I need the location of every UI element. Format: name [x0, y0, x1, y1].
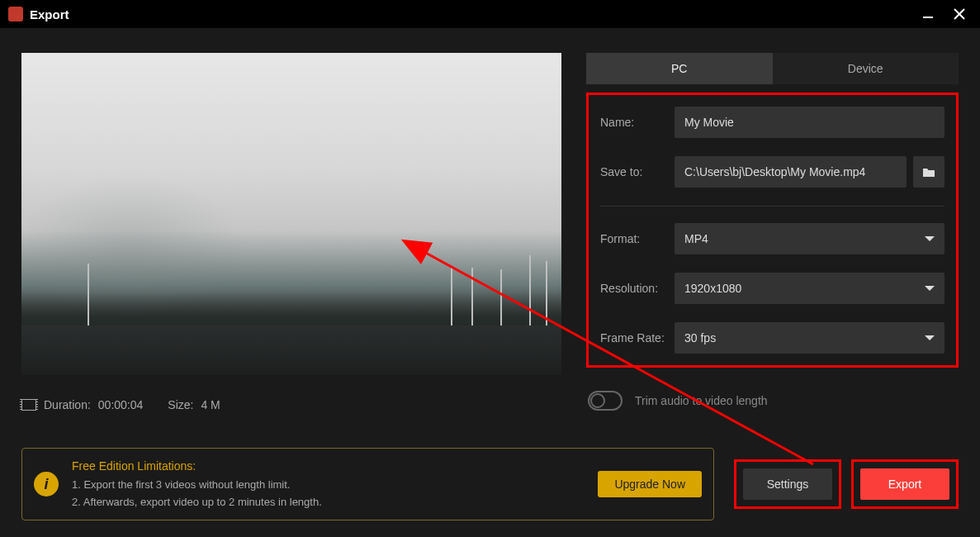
video-stats: Duration: 00:00:04 Size: 4 M	[21, 398, 563, 411]
minimize-button[interactable]	[916, 2, 940, 26]
chevron-down-icon	[925, 236, 935, 241]
free-edition-notice: i Free Edition Limitations: 1. Export th…	[21, 448, 714, 520]
duration-value: 00:00:04	[98, 398, 144, 411]
save-to-label: Save to:	[600, 165, 675, 178]
trim-audio-label: Trim audio to video length	[635, 394, 768, 407]
trim-audio-toggle[interactable]	[588, 391, 623, 411]
upgrade-button[interactable]: Upgrade Now	[598, 471, 702, 497]
limitation-line1: 1. Export the first 3 videos without len…	[72, 477, 585, 494]
format-select[interactable]: MP4	[675, 223, 944, 254]
limitation-line2: 2. Afterwards, export video up to 2 minu…	[72, 494, 585, 511]
chevron-down-icon	[925, 286, 935, 291]
divider	[600, 206, 944, 207]
save-to-input[interactable]: C:\Users\bj\Desktop\My Movie.mp4	[675, 156, 907, 188]
format-label: Format:	[600, 232, 675, 245]
chevron-down-icon	[925, 335, 935, 340]
framerate-label: Frame Rate:	[600, 331, 675, 345]
video-preview	[21, 53, 561, 375]
export-highlight: Export	[851, 459, 959, 509]
settings-button[interactable]: Settings	[743, 468, 832, 500]
titlebar: Export	[0, 0, 980, 28]
film-icon	[21, 399, 36, 411]
browse-button[interactable]	[913, 156, 944, 188]
name-input[interactable]: My Movie	[675, 107, 944, 138]
size-value: 4 M	[201, 398, 220, 411]
resolution-label: Resolution:	[600, 282, 675, 295]
tab-pc[interactable]: PC	[586, 53, 773, 84]
limitation-title: Free Edition Limitations:	[72, 457, 585, 475]
settings-highlight: Settings	[734, 459, 841, 509]
name-label: Name:	[600, 116, 675, 129]
export-settings-panel: Name: My Movie Save to: C:\Users\bj\Desk…	[586, 93, 959, 368]
size-label: Size:	[168, 398, 193, 411]
duration-label: Duration:	[44, 398, 91, 411]
app-logo	[8, 7, 23, 21]
close-button[interactable]	[947, 2, 972, 26]
export-button[interactable]: Export	[860, 468, 949, 500]
tab-device[interactable]: Device	[773, 53, 959, 84]
resolution-select[interactable]: 1920x1080	[675, 273, 944, 304]
window-title: Export	[30, 7, 909, 21]
export-tabs: PC Device	[586, 53, 959, 84]
info-icon: i	[34, 472, 59, 497]
framerate-select[interactable]: 30 fps	[675, 322, 944, 354]
